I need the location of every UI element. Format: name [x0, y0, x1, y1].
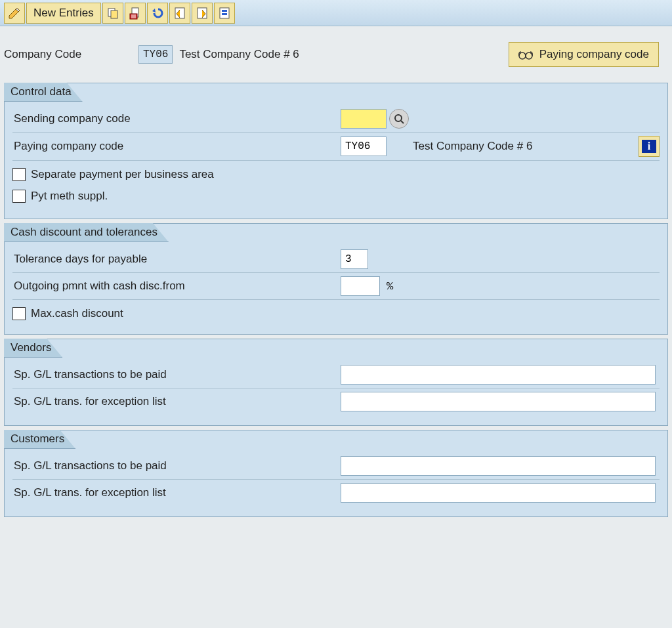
outgoing-pmnt-unit: % — [387, 280, 393, 293]
svg-point-10 — [526, 52, 532, 59]
row-sending-cc: Sending company code — [12, 106, 660, 133]
delete-button[interactable] — [125, 3, 146, 24]
vendor-sp-gl-paid-label: Sp. G/L transactions to be paid — [12, 368, 341, 381]
svg-rect-1 — [111, 10, 117, 18]
paying-company-code-button[interactable]: Paying company code — [509, 42, 659, 67]
group-customers: Customers Sp. G/L transactions to be pai… — [4, 430, 668, 517]
group-cash-discount: Cash discount and tolerances Tolerance d… — [4, 223, 668, 335]
group-control-data: Control data Sending company code Paying… — [4, 83, 668, 219]
customer-sp-gl-exc-label: Sp. G/L trans. for exception list — [12, 486, 341, 499]
svg-rect-7 — [222, 10, 227, 12]
group-vendors: Vendors Sp. G/L transactions to be paid … — [4, 339, 668, 426]
info-icon: i — [642, 140, 656, 153]
svg-point-11 — [395, 115, 402, 121]
sending-cc-input[interactable] — [341, 109, 387, 129]
row-customer-sp-gl-paid: Sp. G/L transactions to be paid — [12, 453, 660, 480]
next-entry-button[interactable] — [192, 3, 213, 24]
max-cash-disc-label: Max.cash discount — [31, 307, 123, 320]
vendor-sp-gl-exc-input[interactable] — [341, 392, 656, 411]
row-tolerance-days: Tolerance days for payable — [12, 246, 660, 273]
sending-cc-search-button[interactable] — [389, 109, 409, 129]
prev-entry-button[interactable] — [169, 3, 190, 24]
pyt-meth-suppl-checkbox[interactable] — [12, 190, 26, 203]
new-entries-label: New Entries — [33, 7, 94, 20]
row-outgoing-pmnt: Outgoing pmnt with cash disc.from % — [12, 273, 660, 300]
outgoing-pmnt-label: Outgoing pmnt with cash disc.from — [12, 280, 341, 293]
company-code-value: TY06 — [138, 45, 173, 64]
svg-point-9 — [519, 52, 526, 59]
edit-button[interactable] — [4, 3, 25, 24]
info-button[interactable]: i — [639, 136, 660, 157]
row-vendor-sp-gl-exc: Sp. G/L trans. for exception list — [12, 388, 660, 415]
paying-cc-label: Paying company code — [12, 140, 341, 153]
paying-cc-btn-label: Paying company code — [539, 48, 649, 61]
company-code-desc: Test Company Code # 6 — [179, 48, 299, 61]
glasses-icon — [518, 49, 533, 60]
tolerance-days-label: Tolerance days for payable — [12, 253, 341, 266]
new-entries-button[interactable]: New Entries — [26, 3, 101, 24]
max-cash-disc-checkbox[interactable] — [12, 307, 26, 320]
row-max-cash-disc: Max.cash discount — [12, 300, 660, 324]
group-title: Customers — [4, 430, 75, 449]
row-paying-cc: Paying company code Test Company Code # … — [12, 133, 660, 161]
separate-payment-label: Separate payment per business area — [31, 168, 214, 181]
copy-button[interactable] — [102, 3, 123, 24]
sending-cc-label: Sending company code — [12, 112, 341, 125]
paying-cc-input[interactable] — [341, 136, 387, 156]
customer-sp-gl-paid-label: Sp. G/L transactions to be paid — [12, 459, 341, 472]
header-row: Company Code TY06 Test Company Code # 6 … — [0, 26, 672, 79]
row-vendor-sp-gl-paid: Sp. G/L transactions to be paid — [12, 362, 660, 388]
group-title: Cash discount and tolerances — [4, 223, 169, 242]
group-title: Vendors — [4, 339, 62, 358]
row-customer-sp-gl-exc: Sp. G/L trans. for exception list — [12, 480, 660, 506]
tolerance-days-input[interactable] — [341, 249, 368, 269]
other-entry-button[interactable] — [214, 3, 235, 24]
pyt-meth-suppl-label: Pyt meth suppl. — [31, 190, 108, 203]
company-code-label: Company Code — [4, 48, 138, 61]
separate-payment-checkbox[interactable] — [12, 168, 26, 181]
search-icon — [394, 114, 404, 124]
row-pyt-meth-suppl: Pyt meth suppl. — [12, 184, 660, 208]
customer-sp-gl-exc-input[interactable] — [341, 483, 656, 503]
paying-cc-desc: Test Company Code # 6 — [413, 140, 532, 153]
svg-rect-8 — [222, 13, 227, 15]
row-separate-payment: Separate payment per business area — [12, 161, 660, 184]
group-title: Control data — [4, 83, 83, 102]
vendor-sp-gl-paid-input[interactable] — [341, 365, 656, 385]
svg-line-12 — [401, 121, 404, 123]
toolbar: New Entries — [0, 0, 672, 26]
customer-sp-gl-paid-input[interactable] — [341, 456, 656, 476]
undo-button[interactable] — [147, 3, 168, 24]
vendor-sp-gl-exc-label: Sp. G/L trans. for exception list — [12, 395, 341, 408]
outgoing-pmnt-input[interactable] — [341, 276, 380, 296]
